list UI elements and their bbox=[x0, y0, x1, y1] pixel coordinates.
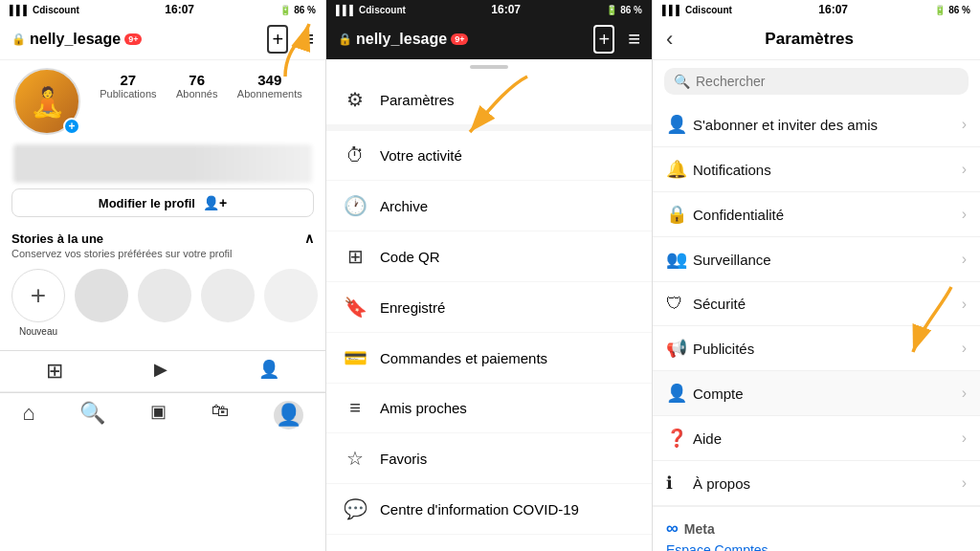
tab-tagged-icon[interactable]: 👤 bbox=[258, 359, 279, 384]
settings-item-apropos[interactable]: ℹ À propos › bbox=[653, 461, 980, 506]
header-actions: + ≡ bbox=[267, 25, 314, 54]
bottom-nav-1: ⌂ 🔍 ▣ 🛍 👤 bbox=[0, 392, 325, 433]
publicites-icon: 📢 bbox=[666, 338, 693, 359]
settings-search-box[interactable]: 🔍 bbox=[664, 68, 969, 95]
chevron-right-icon-conf: › bbox=[962, 206, 967, 223]
lock-icon: 🔒 bbox=[11, 33, 26, 46]
settings-item-compte[interactable]: 👤 Compte › bbox=[653, 371, 980, 416]
menu-item-amis-label: Amis proches bbox=[380, 400, 467, 416]
menu-item-qr[interactable]: ⊞ Code QR bbox=[326, 231, 652, 282]
securite-label: Sécurité bbox=[693, 296, 962, 312]
notifications-label: Notifications bbox=[693, 162, 962, 178]
aide-label: Aide bbox=[693, 430, 962, 447]
menu-item-parametres[interactable]: ⚙ Paramètres bbox=[326, 75, 652, 125]
settings-item-confidentialite[interactable]: 🔒 Confidentialité › bbox=[653, 192, 980, 237]
new-story-btn[interactable]: + bbox=[11, 269, 65, 322]
menu-item-archive[interactable]: 🕐 Archive bbox=[326, 181, 652, 231]
subscribe-label: S'abonner et inviter des amis bbox=[693, 117, 962, 133]
time-1: 16:07 bbox=[165, 3, 194, 16]
menu-icon[interactable]: ≡ bbox=[301, 27, 314, 52]
menu-item-amis[interactable]: ≡ Amis proches bbox=[326, 384, 652, 433]
reels-nav-icon[interactable]: ▣ bbox=[150, 401, 167, 430]
confidentialite-label: Confidentialité bbox=[693, 207, 962, 223]
carrier-1: ▌▌▌ Cdiscount bbox=[10, 5, 79, 15]
carrier-3: ▌▌▌ Cdiscount bbox=[662, 5, 732, 15]
story-circle-4[interactable] bbox=[264, 269, 318, 337]
add-person-icon: 👤+ bbox=[203, 195, 227, 210]
menu-item-commandes-label: Commandes et paiements bbox=[380, 350, 547, 366]
edit-profile-btn[interactable]: Modifier le profil 👤+ bbox=[11, 188, 314, 217]
chevron-right-icon-apropos: › bbox=[962, 474, 967, 492]
home-nav-icon[interactable]: ⌂ bbox=[22, 401, 34, 430]
publications-stat: 27 Publications bbox=[100, 72, 156, 99]
scroll-indicator bbox=[326, 59, 652, 75]
tab-grid-icon[interactable]: ⊞ bbox=[46, 359, 63, 384]
add-post-icon[interactable]: + bbox=[267, 25, 288, 54]
chevron-up-icon[interactable]: ∧ bbox=[304, 231, 314, 246]
story-circle-2[interactable] bbox=[138, 269, 191, 337]
subscribe-icon: 👤 bbox=[666, 114, 693, 135]
time-2: 16:07 bbox=[491, 3, 521, 16]
battery-2: 🔋 86 % bbox=[606, 5, 642, 15]
profile-nav-icon[interactable]: 👤 bbox=[274, 401, 303, 430]
espace-comptes-link[interactable]: Espace Comptes bbox=[666, 542, 967, 551]
stories-section: Stories à la une ∧ Conservez vos stories… bbox=[0, 223, 325, 350]
battery-1: 🔋 86 % bbox=[279, 5, 316, 15]
menu-item-qr-label: Code QR bbox=[380, 249, 440, 265]
meta-text: Meta bbox=[684, 521, 715, 537]
stories-title: Stories à la une ∧ bbox=[11, 231, 314, 246]
avatar-container: 🧘 + bbox=[13, 68, 80, 135]
chevron-right-icon-notifications: › bbox=[962, 161, 967, 178]
meta-icon: ∞ bbox=[666, 518, 679, 539]
menu-item-commandes[interactable]: 💳 Commandes et paiements bbox=[326, 333, 652, 384]
time-3: 16:07 bbox=[818, 3, 848, 16]
search-icon: 🔍 bbox=[674, 74, 690, 89]
chevron-right-icon-compte: › bbox=[962, 385, 967, 402]
archive-icon: 🕐 bbox=[344, 194, 367, 217]
shop-nav-icon[interactable]: 🛍 bbox=[212, 401, 229, 430]
settings-item-securite[interactable]: 🛡 Sécurité › bbox=[653, 282, 980, 326]
activity-icon: ⏱ bbox=[344, 144, 367, 166]
profile-nav-header: 🔒 nelly_lesage 9+ + ≡ bbox=[0, 19, 325, 60]
back-button[interactable]: ‹ bbox=[666, 27, 673, 52]
settings-header: ‹ Paramètres bbox=[653, 19, 980, 60]
settings-item-aide[interactable]: ❓ Aide › bbox=[653, 416, 980, 461]
settings-title: Paramètres bbox=[682, 30, 936, 49]
username-text: nelly_lesage bbox=[30, 31, 121, 48]
settings-search-input[interactable] bbox=[696, 74, 959, 89]
publicites-label: Publicités bbox=[693, 341, 962, 357]
settings-item-surveillance[interactable]: 👥 Surveillance › bbox=[653, 237, 980, 282]
new-story-circle[interactable]: + Nouveau bbox=[11, 269, 65, 337]
menu-menu-icon[interactable]: ≡ bbox=[628, 27, 640, 52]
add-story-btn[interactable]: + bbox=[63, 118, 80, 135]
chevron-right-icon-aide: › bbox=[962, 430, 967, 447]
menu-item-archive-label: Archive bbox=[380, 198, 428, 214]
status-bar-2: ▌▌▌ Cdiscount 16:07 🔋 86 % bbox=[326, 0, 652, 19]
confidentialite-icon: 🔒 bbox=[666, 204, 693, 225]
story-circle-3[interactable] bbox=[201, 269, 255, 337]
menu-username: 🔒 nelly_lesage 9+ bbox=[338, 31, 468, 48]
settings-list: 👤 S'abonner et inviter des amis › 🔔 Noti… bbox=[653, 102, 980, 506]
menu-item-favoris-label: Favoris bbox=[380, 451, 427, 467]
settings-item-notifications[interactable]: 🔔 Notifications › bbox=[653, 147, 980, 192]
abonnements-stat: 349 Abonnements bbox=[237, 72, 302, 99]
menu-item-enregistre-label: Enregistré bbox=[380, 299, 445, 316]
menu-item-enregistre[interactable]: 🔖 Enregistré bbox=[326, 282, 652, 333]
menu-item-covid[interactable]: 💬 Centre d'information COVID-19 bbox=[326, 484, 652, 535]
settings-item-subscribe[interactable]: 👤 S'abonner et inviter des amis › bbox=[653, 102, 980, 147]
notification-badge: 9+ bbox=[124, 33, 142, 45]
story-circle-1[interactable] bbox=[75, 269, 128, 337]
menu-item-favoris[interactable]: ☆ Favoris bbox=[326, 433, 652, 484]
surveillance-label: Surveillance bbox=[693, 252, 962, 268]
menu-add-icon[interactable]: + bbox=[593, 25, 614, 54]
new-story-label: Nouveau bbox=[19, 326, 57, 337]
search-nav-icon[interactable]: 🔍 bbox=[79, 401, 105, 430]
menu-item-activite[interactable]: ⏱ Votre activité bbox=[326, 131, 652, 181]
carrier-2: ▌▌▌ Cdiscount bbox=[336, 5, 406, 15]
covid-icon: 💬 bbox=[344, 497, 367, 520]
tab-reels-icon[interactable]: ▶ bbox=[154, 359, 167, 384]
battery-3: 🔋 86 % bbox=[934, 5, 970, 15]
meta-logo: ∞ Meta bbox=[666, 518, 967, 539]
settings-item-publicites[interactable]: 📢 Publicités › bbox=[653, 326, 980, 371]
edit-profile-label: Modifier le profil bbox=[99, 196, 195, 210]
